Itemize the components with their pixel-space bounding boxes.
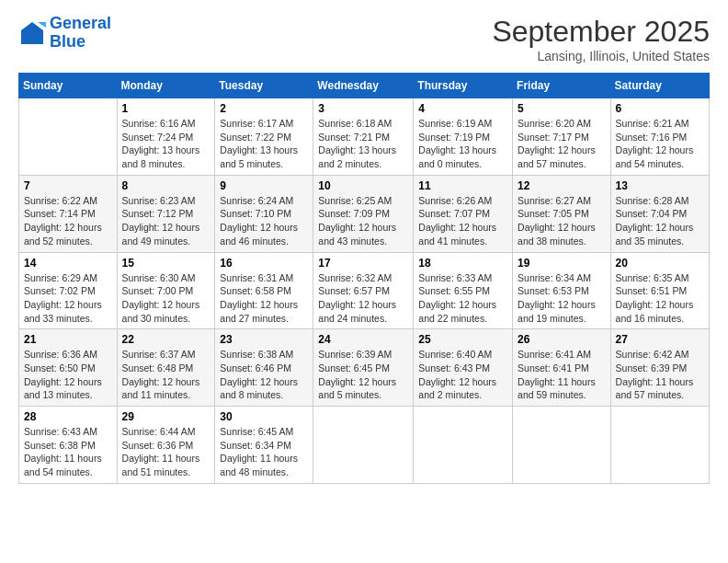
day-number: 7 — [24, 179, 112, 192]
calendar-cell: 7Sunrise: 6:22 AMSunset: 7:14 PMDaylight… — [19, 175, 118, 252]
calendar-cell: 21Sunrise: 6:36 AMSunset: 6:50 PMDayligh… — [19, 329, 118, 407]
day-number: 4 — [418, 102, 507, 115]
calendar-table: SundayMondayTuesdayWednesdayThursdayFrid… — [18, 73, 710, 484]
day-info: Sunrise: 6:21 AMSunset: 7:16 PMDaylight:… — [616, 117, 704, 171]
weekday-header-friday: Friday — [513, 74, 611, 98]
calendar-cell: 4Sunrise: 6:19 AMSunset: 7:19 PMDaylight… — [414, 98, 513, 176]
weekday-header-monday: Monday — [117, 74, 215, 98]
calendar-cell: 22Sunrise: 6:37 AMSunset: 6:48 PMDayligh… — [117, 329, 215, 407]
day-number: 12 — [518, 179, 606, 192]
day-info: Sunrise: 6:22 AMSunset: 7:14 PMDaylight:… — [24, 194, 112, 248]
day-info: Sunrise: 6:41 AMSunset: 6:41 PMDaylight:… — [518, 348, 606, 402]
day-info: Sunrise: 6:31 AMSunset: 6:58 PMDaylight:… — [220, 271, 308, 326]
weekday-header-tuesday: Tuesday — [215, 74, 313, 98]
day-info: Sunrise: 6:18 AMSunset: 7:21 PMDaylight:… — [318, 117, 408, 171]
calendar-cell — [19, 98, 118, 176]
page-header: General Blue September 2025 Lansing, Ill… — [18, 15, 710, 63]
day-number: 23 — [220, 333, 308, 346]
day-info: Sunrise: 6:43 AMSunset: 6:38 PMDaylight:… — [24, 425, 112, 479]
logo-line1: General — [50, 14, 111, 32]
calendar-cell: 19Sunrise: 6:34 AMSunset: 6:53 PMDayligh… — [513, 252, 611, 329]
logo-icon — [18, 19, 46, 47]
weekday-header-sunday: Sunday — [19, 74, 118, 98]
day-info: Sunrise: 6:38 AMSunset: 6:46 PMDaylight:… — [220, 348, 308, 402]
day-number: 26 — [518, 333, 606, 346]
day-number: 22 — [122, 333, 210, 346]
calendar-cell: 10Sunrise: 6:25 AMSunset: 7:09 PMDayligh… — [313, 175, 414, 252]
day-number: 18 — [418, 257, 507, 270]
calendar-cell: 8Sunrise: 6:23 AMSunset: 7:12 PMDaylight… — [117, 175, 215, 252]
day-info: Sunrise: 6:27 AMSunset: 7:05 PMDaylight:… — [518, 194, 606, 248]
day-number: 13 — [616, 179, 704, 192]
calendar-cell — [313, 407, 414, 484]
calendar-cell: 17Sunrise: 6:32 AMSunset: 6:57 PMDayligh… — [313, 252, 414, 329]
calendar-cell — [610, 407, 709, 484]
day-info: Sunrise: 6:36 AMSunset: 6:50 PMDaylight:… — [24, 348, 112, 402]
day-number: 30 — [220, 410, 308, 423]
calendar-cell: 18Sunrise: 6:33 AMSunset: 6:55 PMDayligh… — [414, 252, 513, 329]
day-info: Sunrise: 6:37 AMSunset: 6:48 PMDaylight:… — [122, 348, 210, 402]
weekday-header-saturday: Saturday — [610, 74, 709, 98]
day-info: Sunrise: 6:16 AMSunset: 7:24 PMDaylight:… — [122, 117, 210, 171]
weekday-header-row: SundayMondayTuesdayWednesdayThursdayFrid… — [19, 74, 710, 98]
day-number: 27 — [616, 333, 704, 346]
day-number: 24 — [318, 333, 408, 346]
logo-text: General Blue — [50, 15, 111, 52]
day-info: Sunrise: 6:34 AMSunset: 6:53 PMDaylight:… — [518, 271, 606, 326]
day-number: 1 — [122, 102, 210, 115]
calendar-cell: 15Sunrise: 6:30 AMSunset: 7:00 PMDayligh… — [117, 252, 215, 329]
calendar-cell: 25Sunrise: 6:40 AMSunset: 6:43 PMDayligh… — [414, 329, 513, 407]
day-info: Sunrise: 6:24 AMSunset: 7:10 PMDaylight:… — [220, 194, 308, 248]
day-number: 17 — [318, 257, 408, 270]
calendar-cell: 30Sunrise: 6:45 AMSunset: 6:34 PMDayligh… — [215, 407, 313, 484]
day-info: Sunrise: 6:17 AMSunset: 7:22 PMDaylight:… — [220, 117, 308, 171]
day-info: Sunrise: 6:32 AMSunset: 6:57 PMDaylight:… — [318, 271, 408, 326]
day-info: Sunrise: 6:40 AMSunset: 6:43 PMDaylight:… — [418, 348, 507, 402]
day-number: 28 — [24, 410, 112, 423]
calendar-cell: 5Sunrise: 6:20 AMSunset: 7:17 PMDaylight… — [513, 98, 611, 176]
day-info: Sunrise: 6:35 AMSunset: 6:51 PMDaylight:… — [616, 271, 704, 326]
calendar-cell — [414, 407, 513, 484]
day-number: 29 — [122, 410, 210, 423]
day-info: Sunrise: 6:42 AMSunset: 6:39 PMDaylight:… — [616, 348, 704, 402]
calendar-cell: 13Sunrise: 6:28 AMSunset: 7:04 PMDayligh… — [610, 175, 709, 252]
day-number: 15 — [122, 257, 210, 270]
day-info: Sunrise: 6:30 AMSunset: 7:00 PMDaylight:… — [122, 271, 210, 326]
day-info: Sunrise: 6:44 AMSunset: 6:36 PMDaylight:… — [122, 425, 210, 479]
calendar-week-5: 28Sunrise: 6:43 AMSunset: 6:38 PMDayligh… — [19, 407, 710, 484]
calendar-cell: 27Sunrise: 6:42 AMSunset: 6:39 PMDayligh… — [610, 329, 709, 407]
day-info: Sunrise: 6:29 AMSunset: 7:02 PMDaylight:… — [24, 271, 112, 326]
day-info: Sunrise: 6:26 AMSunset: 7:07 PMDaylight:… — [418, 194, 507, 248]
calendar-cell: 14Sunrise: 6:29 AMSunset: 7:02 PMDayligh… — [19, 252, 118, 329]
calendar-cell: 3Sunrise: 6:18 AMSunset: 7:21 PMDaylight… — [313, 98, 414, 176]
weekday-header-wednesday: Wednesday — [313, 74, 414, 98]
location: Lansing, Illinois, United States — [492, 49, 710, 63]
day-number: 11 — [418, 179, 507, 192]
calendar-cell: 29Sunrise: 6:44 AMSunset: 6:36 PMDayligh… — [117, 407, 215, 484]
day-info: Sunrise: 6:28 AMSunset: 7:04 PMDaylight:… — [616, 194, 704, 248]
calendar-week-1: 1Sunrise: 6:16 AMSunset: 7:24 PMDaylight… — [19, 98, 710, 176]
calendar-week-4: 21Sunrise: 6:36 AMSunset: 6:50 PMDayligh… — [19, 329, 710, 407]
calendar-cell: 1Sunrise: 6:16 AMSunset: 7:24 PMDaylight… — [117, 98, 215, 176]
day-info: Sunrise: 6:23 AMSunset: 7:12 PMDaylight:… — [122, 194, 210, 248]
calendar-cell: 20Sunrise: 6:35 AMSunset: 6:51 PMDayligh… — [610, 252, 709, 329]
svg-marker-1 — [38, 22, 46, 28]
day-number: 3 — [318, 102, 408, 115]
day-number: 14 — [24, 257, 112, 270]
day-number: 5 — [518, 102, 606, 115]
calendar-cell: 2Sunrise: 6:17 AMSunset: 7:22 PMDaylight… — [215, 98, 313, 176]
day-number: 6 — [616, 102, 704, 115]
day-number: 20 — [616, 257, 704, 270]
day-info: Sunrise: 6:33 AMSunset: 6:55 PMDaylight:… — [418, 271, 507, 326]
calendar-cell: 24Sunrise: 6:39 AMSunset: 6:45 PMDayligh… — [313, 329, 414, 407]
title-block: September 2025 Lansing, Illinois, United… — [492, 15, 710, 63]
day-info: Sunrise: 6:19 AMSunset: 7:19 PMDaylight:… — [418, 117, 507, 171]
day-info: Sunrise: 6:45 AMSunset: 6:34 PMDaylight:… — [220, 425, 308, 479]
day-number: 16 — [220, 257, 308, 270]
day-number: 9 — [220, 179, 308, 192]
calendar-cell: 11Sunrise: 6:26 AMSunset: 7:07 PMDayligh… — [414, 175, 513, 252]
day-number: 8 — [122, 179, 210, 192]
day-number: 25 — [418, 333, 507, 346]
calendar-cell: 26Sunrise: 6:41 AMSunset: 6:41 PMDayligh… — [513, 329, 611, 407]
calendar-cell — [513, 407, 611, 484]
